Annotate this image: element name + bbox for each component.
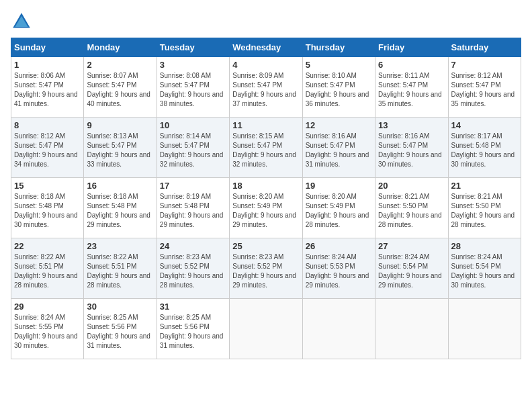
day-number: 10 [160, 120, 226, 130]
day-info: Sunrise: 8:21 AMSunset: 5:50 PMDaylight:… [451, 192, 518, 230]
calendar-cell: 31Sunrise: 8:25 AMSunset: 5:56 PMDayligh… [157, 299, 229, 359]
day-number: 8 [14, 120, 81, 130]
calendar-week-3: 15Sunrise: 8:18 AMSunset: 5:48 PMDayligh… [11, 178, 521, 238]
day-number: 6 [378, 60, 445, 70]
day-info: Sunrise: 8:24 AMSunset: 5:55 PMDaylight:… [14, 313, 81, 351]
logo-icon [11, 11, 32, 32]
calendar-cell [375, 299, 448, 359]
calendar-cell: 21Sunrise: 8:21 AMSunset: 5:50 PMDayligh… [448, 178, 521, 238]
calendar-week-1: 1Sunrise: 8:06 AMSunset: 5:47 PMDaylight… [11, 57, 521, 118]
day-info: Sunrise: 8:07 AMSunset: 5:47 PMDaylight:… [87, 71, 153, 109]
day-number: 31 [160, 302, 226, 312]
day-info: Sunrise: 8:22 AMSunset: 5:51 PMDaylight:… [14, 253, 81, 290]
day-info: Sunrise: 8:20 AMSunset: 5:49 PMDaylight:… [232, 192, 299, 230]
calendar-cell: 4Sunrise: 8:09 AMSunset: 5:47 PMDaylight… [230, 57, 302, 118]
header-tuesday: Tuesday [157, 38, 229, 57]
day-number: 27 [378, 241, 445, 251]
calendar-cell: 19Sunrise: 8:20 AMSunset: 5:49 PMDayligh… [302, 178, 375, 238]
calendar-cell: 15Sunrise: 8:18 AMSunset: 5:48 PMDayligh… [11, 178, 84, 238]
day-info: Sunrise: 8:13 AMSunset: 5:47 PMDaylight:… [87, 132, 153, 169]
day-number: 14 [451, 120, 518, 130]
day-info: Sunrise: 8:17 AMSunset: 5:48 PMDaylight:… [451, 132, 518, 169]
calendar-cell: 12Sunrise: 8:16 AMSunset: 5:47 PMDayligh… [302, 118, 375, 178]
calendar-table: SundayMondayTuesdayWednesdayThursdayFrid… [11, 38, 521, 359]
calendar-cell: 8Sunrise: 8:12 AMSunset: 5:47 PMDaylight… [11, 118, 84, 178]
calendar-cell: 23Sunrise: 8:22 AMSunset: 5:51 PMDayligh… [84, 238, 157, 299]
calendar-cell: 24Sunrise: 8:23 AMSunset: 5:52 PMDayligh… [157, 238, 229, 299]
calendar-cell: 28Sunrise: 8:24 AMSunset: 5:54 PMDayligh… [448, 238, 521, 299]
day-info: Sunrise: 8:23 AMSunset: 5:52 PMDaylight:… [160, 253, 226, 290]
day-number: 3 [160, 60, 226, 70]
calendar-cell: 11Sunrise: 8:15 AMSunset: 5:47 PMDayligh… [230, 118, 302, 178]
day-number: 2 [87, 60, 153, 70]
day-number: 4 [232, 60, 299, 70]
day-info: Sunrise: 8:18 AMSunset: 5:48 PMDaylight:… [87, 192, 153, 230]
calendar-cell: 20Sunrise: 8:21 AMSunset: 5:50 PMDayligh… [375, 178, 448, 238]
day-number: 9 [87, 120, 153, 130]
day-info: Sunrise: 8:09 AMSunset: 5:47 PMDaylight:… [232, 71, 299, 109]
day-info: Sunrise: 8:12 AMSunset: 5:47 PMDaylight:… [451, 71, 518, 109]
day-info: Sunrise: 8:24 AMSunset: 5:54 PMDaylight:… [451, 253, 518, 290]
header-monday: Monday [84, 38, 157, 57]
day-number: 20 [378, 181, 445, 191]
day-info: Sunrise: 8:12 AMSunset: 5:47 PMDaylight:… [14, 132, 81, 169]
calendar-cell: 2Sunrise: 8:07 AMSunset: 5:47 PMDaylight… [84, 57, 157, 118]
calendar-cell: 22Sunrise: 8:22 AMSunset: 5:51 PMDayligh… [11, 238, 84, 299]
calendar-cell: 25Sunrise: 8:23 AMSunset: 5:52 PMDayligh… [230, 238, 302, 299]
day-number: 30 [87, 302, 153, 312]
calendar-cell: 30Sunrise: 8:25 AMSunset: 5:56 PMDayligh… [84, 299, 157, 359]
day-number: 7 [451, 60, 518, 70]
day-info: Sunrise: 8:16 AMSunset: 5:47 PMDaylight:… [306, 132, 372, 169]
calendar-cell: 18Sunrise: 8:20 AMSunset: 5:49 PMDayligh… [230, 178, 302, 238]
day-number: 24 [160, 241, 226, 251]
header-thursday: Thursday [302, 38, 375, 57]
calendar-cell: 26Sunrise: 8:24 AMSunset: 5:53 PMDayligh… [302, 238, 375, 299]
day-number: 11 [232, 120, 299, 130]
day-info: Sunrise: 8:19 AMSunset: 5:48 PMDaylight:… [160, 192, 226, 230]
day-number: 12 [306, 120, 372, 130]
day-number: 15 [14, 181, 81, 191]
day-info: Sunrise: 8:21 AMSunset: 5:50 PMDaylight:… [378, 192, 445, 230]
calendar-cell [448, 299, 521, 359]
calendar-week-5: 29Sunrise: 8:24 AMSunset: 5:55 PMDayligh… [11, 299, 521, 359]
day-number: 28 [451, 241, 518, 251]
day-number: 17 [160, 181, 226, 191]
day-number: 16 [87, 181, 153, 191]
day-info: Sunrise: 8:20 AMSunset: 5:49 PMDaylight:… [306, 192, 372, 230]
day-number: 13 [378, 120, 445, 130]
day-number: 23 [87, 241, 153, 251]
day-info: Sunrise: 8:14 AMSunset: 5:47 PMDaylight:… [160, 132, 226, 169]
day-number: 18 [232, 181, 299, 191]
calendar-cell: 1Sunrise: 8:06 AMSunset: 5:47 PMDaylight… [11, 57, 84, 118]
header-wednesday: Wednesday [230, 38, 302, 57]
day-number: 22 [14, 241, 81, 251]
day-number: 21 [451, 181, 518, 191]
day-number: 19 [306, 181, 372, 191]
calendar-cell: 3Sunrise: 8:08 AMSunset: 5:47 PMDaylight… [157, 57, 229, 118]
day-info: Sunrise: 8:06 AMSunset: 5:47 PMDaylight:… [14, 71, 81, 109]
header-sunday: Sunday [11, 38, 84, 57]
calendar-cell: 5Sunrise: 8:10 AMSunset: 5:47 PMDaylight… [302, 57, 375, 118]
header-friday: Friday [375, 38, 448, 57]
day-number: 29 [14, 302, 81, 312]
logo [11, 11, 35, 32]
calendar-cell: 16Sunrise: 8:18 AMSunset: 5:48 PMDayligh… [84, 178, 157, 238]
calendar-cell [230, 299, 302, 359]
day-number: 25 [232, 241, 299, 251]
day-info: Sunrise: 8:08 AMSunset: 5:47 PMDaylight:… [160, 71, 226, 109]
day-number: 5 [306, 60, 372, 70]
day-info: Sunrise: 8:24 AMSunset: 5:54 PMDaylight:… [378, 253, 445, 290]
day-info: Sunrise: 8:25 AMSunset: 5:56 PMDaylight:… [87, 313, 153, 351]
calendar-cell [302, 299, 375, 359]
calendar-cell: 17Sunrise: 8:19 AMSunset: 5:48 PMDayligh… [157, 178, 229, 238]
calendar-cell: 14Sunrise: 8:17 AMSunset: 5:48 PMDayligh… [448, 118, 521, 178]
calendar-cell: 6Sunrise: 8:11 AMSunset: 5:47 PMDaylight… [375, 57, 448, 118]
day-info: Sunrise: 8:24 AMSunset: 5:53 PMDaylight:… [306, 253, 372, 290]
day-number: 26 [306, 241, 372, 251]
day-info: Sunrise: 8:23 AMSunset: 5:52 PMDaylight:… [232, 253, 299, 290]
calendar-cell: 13Sunrise: 8:16 AMSunset: 5:47 PMDayligh… [375, 118, 448, 178]
calendar-cell: 9Sunrise: 8:13 AMSunset: 5:47 PMDaylight… [84, 118, 157, 178]
calendar-cell: 10Sunrise: 8:14 AMSunset: 5:47 PMDayligh… [157, 118, 229, 178]
calendar-cell: 27Sunrise: 8:24 AMSunset: 5:54 PMDayligh… [375, 238, 448, 299]
day-info: Sunrise: 8:16 AMSunset: 5:47 PMDaylight:… [378, 132, 445, 169]
